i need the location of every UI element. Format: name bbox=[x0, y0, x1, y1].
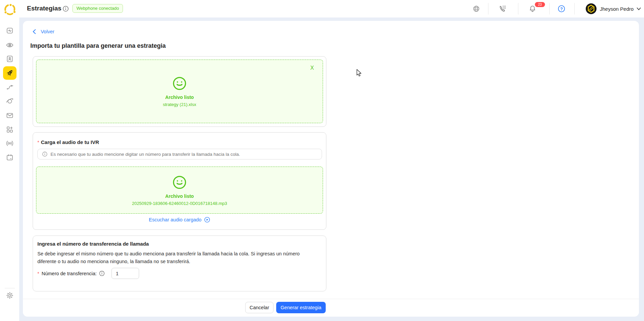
language-button[interactable] bbox=[470, 2, 483, 15]
sidebar-item-mail[interactable] bbox=[3, 109, 17, 122]
back-link[interactable]: Volver bbox=[32, 29, 54, 34]
globe-icon bbox=[472, 5, 480, 13]
listen-audio-link[interactable]: Escuchar audio cargado bbox=[33, 217, 326, 223]
template-upload-card: X Archivo listo strategy (21).xlsx bbox=[33, 56, 326, 127]
page-heading: Importa tu plantilla para generar una es… bbox=[30, 42, 166, 49]
play-circle-icon bbox=[204, 217, 210, 223]
sidebar-item-apps[interactable] bbox=[3, 123, 17, 136]
audio-upload-card: *Carga el audio de tu IVR Es necesario q… bbox=[33, 132, 326, 230]
user-menu[interactable]: Jheyson Pedro bbox=[585, 3, 641, 15]
divider bbox=[549, 3, 550, 14]
chevron-left-icon bbox=[32, 29, 36, 34]
phone-dialpad-icon bbox=[498, 4, 507, 13]
divider bbox=[574, 3, 575, 14]
mouse-cursor bbox=[356, 69, 363, 78]
sidebar-item-omnichannel[interactable] bbox=[3, 95, 17, 108]
transfer-number-input[interactable] bbox=[111, 268, 139, 279]
submit-button[interactable]: Generar estrategia bbox=[276, 302, 326, 313]
dashboard-icon bbox=[6, 27, 14, 35]
required-asterisk: * bbox=[37, 271, 39, 276]
audio-hint-text: Es necesario que tu audio mencione digit… bbox=[51, 152, 240, 157]
webphone-button[interactable] bbox=[496, 2, 509, 15]
mail-icon bbox=[6, 111, 14, 119]
sidebar-item-contacts[interactable] bbox=[3, 52, 17, 66]
divider bbox=[5, 288, 15, 288]
form-footer: Cancelar Generar estrategia bbox=[23, 299, 639, 317]
template-dropzone[interactable]: X Archivo listo strategy (21).xlsx bbox=[36, 60, 323, 123]
sidebar-item-calendar[interactable] bbox=[3, 151, 17, 164]
required-asterisk: * bbox=[37, 140, 39, 145]
uploaded-filename: strategy (21).xlsx bbox=[163, 102, 196, 107]
sidebar-item-monitoring[interactable] bbox=[3, 38, 17, 52]
main-panel: Volver Importa tu plantilla para generar… bbox=[23, 21, 639, 317]
planet-icon bbox=[5, 97, 14, 106]
audio-hint-banner: Es necesario que tu audio mencione digit… bbox=[37, 149, 322, 159]
audio-field-label: *Carga el audio de tu IVR bbox=[37, 139, 99, 145]
transfer-number-label: Número de transferencia: bbox=[41, 271, 97, 276]
user-name: Jheyson Pedro bbox=[600, 6, 634, 12]
uploaded-filename: 20250929-183606-62460012-0D016718148.mp3 bbox=[132, 201, 227, 206]
transfer-card-title: Ingresa el número de transferencia de ll… bbox=[37, 241, 149, 247]
divider bbox=[488, 3, 488, 14]
calendar-icon bbox=[6, 153, 14, 162]
brand-logo-icon[interactable] bbox=[3, 3, 16, 16]
sidebar-settings[interactable] bbox=[3, 289, 17, 302]
chevron-down-icon bbox=[637, 7, 641, 10]
rocket-icon bbox=[5, 69, 14, 77]
sidebar bbox=[0, 0, 19, 321]
top-header: Estrategias Webphone conectado 23 ? Jhey… bbox=[0, 0, 644, 17]
route-icon bbox=[6, 83, 14, 91]
smiley-icon bbox=[172, 76, 187, 91]
transfer-card: Ingresa el número de transferencia de ll… bbox=[33, 236, 326, 291]
apps-plus-icon bbox=[6, 126, 14, 134]
info-icon[interactable] bbox=[63, 6, 69, 12]
sidebar-item-dashboard[interactable] bbox=[3, 24, 17, 37]
cancel-button[interactable]: Cancelar bbox=[245, 302, 273, 313]
info-icon[interactable] bbox=[99, 271, 105, 276]
back-label: Volver bbox=[41, 29, 54, 34]
notification-badge: 23 bbox=[535, 2, 545, 7]
upload-status: Archivo listo bbox=[165, 95, 194, 100]
webphone-status-badge: Webphone conectado bbox=[72, 4, 123, 13]
help-button[interactable]: ? bbox=[555, 2, 568, 15]
svg-text:?: ? bbox=[560, 7, 563, 11]
broadcast-icon bbox=[5, 139, 14, 148]
contact-card-icon bbox=[6, 55, 14, 63]
audio-dropzone[interactable]: Archivo listo 20250929-183606-62460012-0… bbox=[36, 167, 323, 214]
transfer-card-description: Se debe ingresar el mismo número que tu … bbox=[37, 250, 320, 265]
sidebar-item-broadcast[interactable] bbox=[3, 137, 17, 150]
sidebar-item-strategies[interactable] bbox=[3, 66, 17, 80]
avatar bbox=[585, 3, 597, 14]
gear-icon bbox=[6, 291, 14, 299]
sidebar-item-routing[interactable] bbox=[3, 80, 17, 94]
page-title: Estrategias bbox=[27, 5, 61, 12]
smiley-icon bbox=[172, 175, 187, 190]
upload-status: Archivo listo bbox=[165, 193, 194, 199]
transfer-number-row: * Número de transferencia: bbox=[37, 268, 139, 279]
help-icon: ? bbox=[557, 4, 566, 13]
eye-icon bbox=[5, 41, 14, 49]
divider bbox=[518, 3, 518, 14]
listen-audio-label: Escuchar audio cargado bbox=[149, 217, 201, 222]
info-icon bbox=[42, 151, 47, 157]
remove-file-button[interactable]: X bbox=[310, 65, 314, 71]
